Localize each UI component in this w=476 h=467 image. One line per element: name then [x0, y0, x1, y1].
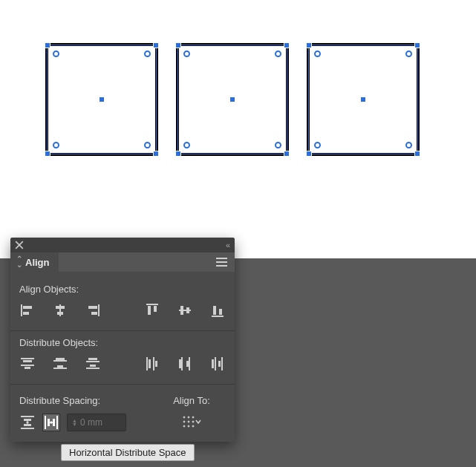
anchor-point-icon	[144, 50, 151, 57]
center-point-icon	[361, 97, 365, 102]
svg-rect-20	[21, 358, 34, 359]
svg-rect-13	[154, 306, 157, 312]
selection-handle[interactable]	[45, 151, 50, 157]
h-distribute-left-button[interactable]	[144, 356, 160, 372]
tooltip-text: Horizontal Distribute Space	[69, 447, 186, 458]
svg-rect-52	[48, 419, 50, 426]
align-to-dropdown[interactable]	[181, 414, 202, 430]
svg-point-59	[188, 417, 189, 418]
distribute-objects-label: Distribute Objects:	[19, 337, 226, 348]
rect-2[interactable]	[176, 43, 289, 156]
selection-handle[interactable]	[306, 151, 312, 157]
stepper-icon[interactable]: ▲▼	[72, 419, 77, 426]
svg-rect-30	[90, 365, 96, 367]
collapse-icon[interactable]: «	[226, 241, 230, 249]
svg-point-61	[183, 421, 185, 422]
svg-rect-11	[146, 304, 158, 305]
selection-handle[interactable]	[175, 42, 181, 48]
svg-point-66	[192, 425, 194, 427]
svg-rect-33	[149, 359, 151, 368]
svg-rect-43	[221, 357, 223, 370]
svg-point-62	[188, 421, 189, 422]
selection-handle[interactable]	[414, 42, 420, 48]
selection-handle[interactable]	[284, 151, 290, 157]
svg-rect-17	[212, 316, 224, 317]
divider	[10, 330, 235, 331]
panel-menu-button[interactable]	[209, 258, 235, 267]
center-point-icon	[230, 97, 235, 102]
selection-handle[interactable]	[284, 42, 290, 48]
v-align-bottom-button[interactable]	[209, 302, 226, 319]
rect-3[interactable]	[307, 43, 420, 156]
v-distribute-center-button[interactable]	[52, 356, 68, 372]
svg-marker-56	[50, 421, 51, 424]
panel-body: Align Objects:	[10, 272, 235, 442]
svg-rect-51	[45, 416, 46, 429]
h-distribute-right-button[interactable]	[209, 356, 226, 372]
selection-handle[interactable]	[153, 42, 159, 48]
svg-rect-38	[186, 361, 189, 367]
selection-handle[interactable]	[414, 151, 420, 157]
svg-rect-47	[21, 428, 34, 429]
v-distribute-top-button[interactable]	[19, 356, 36, 372]
h-align-center-button[interactable]	[52, 302, 68, 319]
panel-tabs: ⌃⌄ Align	[10, 252, 235, 272]
spacing-value-field[interactable]: ▲▼ 0 mm	[67, 414, 126, 431]
panel-titlebar[interactable]: «	[10, 238, 235, 252]
svg-point-64	[183, 425, 185, 427]
anchor-point-icon	[314, 50, 321, 57]
svg-rect-41	[215, 357, 216, 370]
v-align-center-button[interactable]	[177, 302, 193, 319]
v-align-top-button[interactable]	[144, 302, 160, 319]
anchor-point-icon	[275, 142, 281, 148]
svg-rect-35	[155, 361, 157, 367]
artboard[interactable]	[0, 0, 476, 258]
selection-handle[interactable]	[306, 42, 312, 48]
svg-rect-27	[53, 368, 67, 369]
svg-marker-50	[26, 422, 29, 424]
svg-rect-22	[21, 365, 34, 366]
svg-rect-23	[25, 367, 30, 369]
svg-rect-40	[212, 359, 214, 368]
svg-rect-42	[218, 361, 221, 367]
svg-rect-54	[56, 416, 58, 429]
close-icon[interactable]	[15, 241, 24, 249]
tab-align[interactable]: ⌃⌄ Align	[10, 252, 59, 272]
divider	[10, 384, 235, 385]
svg-rect-45	[24, 419, 31, 421]
selection-handle[interactable]	[175, 151, 181, 157]
rect-1[interactable]	[45, 43, 158, 156]
selection-handle[interactable]	[45, 42, 50, 48]
svg-rect-2	[21, 304, 22, 316]
svg-point-58	[183, 417, 185, 418]
svg-rect-25	[53, 360, 67, 362]
v-distribute-bottom-button[interactable]	[85, 356, 101, 372]
v-distribute-space-button[interactable]	[19, 414, 36, 431]
align-objects-label: Align Objects:	[19, 284, 226, 295]
center-point-icon	[100, 97, 104, 102]
svg-rect-15	[180, 306, 183, 315]
svg-rect-9	[88, 306, 97, 309]
selection-handle[interactable]	[153, 151, 159, 157]
svg-rect-24	[56, 358, 65, 360]
svg-rect-4	[23, 312, 29, 315]
h-distribute-center-button[interactable]	[177, 356, 193, 372]
svg-rect-28	[88, 358, 97, 360]
h-distribute-space-button[interactable]	[43, 414, 59, 431]
svg-rect-21	[23, 360, 32, 362]
svg-rect-31	[86, 368, 100, 369]
svg-rect-46	[24, 424, 31, 426]
anchor-point-icon	[144, 142, 151, 148]
h-align-right-button[interactable]	[85, 302, 101, 319]
svg-rect-18	[213, 306, 216, 315]
svg-rect-16	[186, 307, 189, 313]
svg-rect-7	[57, 312, 63, 315]
align-panel[interactable]: « ⌃⌄ Align Align Objects:	[10, 238, 235, 442]
svg-rect-37	[181, 357, 183, 370]
h-align-left-button[interactable]	[19, 302, 36, 319]
anchor-point-icon	[183, 50, 190, 57]
svg-rect-29	[86, 361, 100, 362]
anchor-point-icon	[275, 50, 281, 57]
distribute-spacing-label: Distribute Spacing:	[19, 395, 157, 406]
svg-rect-36	[179, 359, 181, 368]
